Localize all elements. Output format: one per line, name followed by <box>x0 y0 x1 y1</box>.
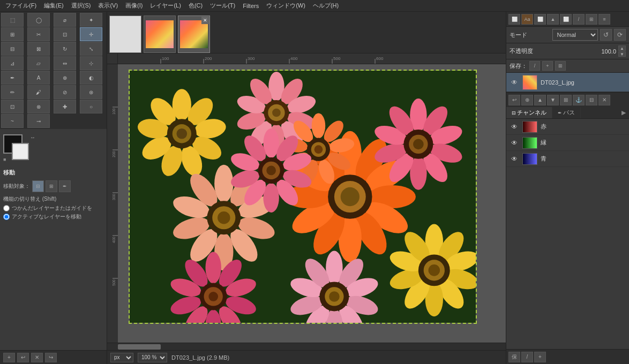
layer-anchor-button[interactable]: ⚓ <box>573 95 585 105</box>
new-image-button[interactable]: + <box>3 353 15 362</box>
layer-merge-button[interactable]: ⊟ <box>586 95 597 105</box>
scale-tool[interactable]: ⤡ <box>80 42 102 56</box>
panel-icon4[interactable]: ▲ <box>547 14 559 25</box>
cage-tool[interactable]: ⊹ <box>80 56 102 70</box>
layer-copy-button[interactable]: ⊞ <box>560 95 572 105</box>
channel-preserve-icon[interactable]: 保 <box>508 352 520 362</box>
channel-red[interactable]: 👁 赤 <box>506 119 629 135</box>
layer-visibility-icon[interactable]: 👁 <box>510 78 519 87</box>
mode-selector[interactable]: Normal Dissolve Multiply Screen Overlay <box>552 29 598 41</box>
preserve-transparency-icon[interactable]: ⊞ <box>555 61 566 71</box>
paths-tool[interactable]: ✒ <box>1 71 24 85</box>
image-tab-flowers1[interactable] <box>144 16 176 53</box>
panel-icon6[interactable]: / <box>573 14 585 25</box>
crop-tool[interactable]: ⊠ <box>27 42 50 56</box>
channel-green-eye-icon[interactable]: 👁 <box>510 138 519 148</box>
menu-filters[interactable]: Filters <box>239 2 262 10</box>
bucket-fill-tool[interactable]: ⊕ <box>54 71 76 85</box>
channel-green[interactable]: 👁 縁 <box>506 135 629 151</box>
dodge-tool[interactable]: ○ <box>80 100 102 113</box>
menu-tools[interactable]: ツール(T) <box>207 1 238 11</box>
background-color[interactable] <box>12 143 29 160</box>
preserve-pixels-icon[interactable]: / <box>529 61 540 71</box>
ink-tool[interactable]: ⊡ <box>1 100 24 113</box>
image-tab-blank[interactable] <box>109 16 141 53</box>
menu-select[interactable]: 選択(S) <box>68 1 94 11</box>
eraser-tool[interactable]: ⊘ <box>54 85 76 99</box>
blend-tool[interactable]: ◐ <box>80 71 102 85</box>
menu-layer[interactable]: レイヤー(L) <box>147 1 184 11</box>
layer-delete-button[interactable]: ✕ <box>598 95 610 105</box>
scissors-tool[interactable]: ✂ <box>27 27 50 41</box>
menu-view[interactable]: 表示(V) <box>95 1 121 11</box>
move-path-icon[interactable]: ✒ <box>59 180 71 192</box>
mode-reset-button[interactable]: ↺ <box>600 29 612 41</box>
channel-red-eye-icon[interactable]: 👁 <box>510 122 519 132</box>
swap-colors-icon[interactable]: ↔ <box>30 134 35 140</box>
free-select-tool[interactable]: ⌀ <box>54 13 76 27</box>
text-tool[interactable]: A <box>27 71 50 85</box>
measure-tool[interactable]: ⊸ <box>27 114 50 128</box>
menu-windows[interactable]: ウィンドウ(W) <box>263 1 309 11</box>
layer-up-button[interactable]: ⊕ <box>521 95 533 105</box>
canvas-horizontal-scrollbar[interactable] <box>107 343 506 350</box>
move-layer-icon[interactable]: ⊟ <box>32 180 44 192</box>
radio-grab-layer[interactable] <box>3 205 10 211</box>
pencil-tool[interactable]: ✏ <box>1 85 24 99</box>
zoom-selector[interactable]: 100 % 50 % 200 % 25 % <box>138 353 167 362</box>
rotate-tool[interactable]: ↻ <box>54 42 76 56</box>
move-guide-icon[interactable]: ⊞ <box>46 180 57 192</box>
canvas-image-area[interactable] <box>129 70 477 324</box>
panel-icon8[interactable]: ≡ <box>598 14 610 25</box>
flip-tool[interactable]: ⇔ <box>54 56 76 70</box>
fuzzy-select-tool[interactable]: ✦ <box>80 13 102 27</box>
panel-icon1[interactable]: ⬜ <box>508 14 520 25</box>
paintbrush-tool[interactable]: 🖌 <box>27 85 50 99</box>
rect-select-tool[interactable]: ⬚ <box>1 13 24 27</box>
menu-color[interactable]: 色(C) <box>185 1 206 11</box>
opacity-decrease-button[interactable]: ▼ <box>618 51 626 57</box>
redo-button[interactable]: ↪ <box>45 353 57 362</box>
perspective-tool[interactable]: ▱ <box>27 56 50 70</box>
radio-active-layer[interactable] <box>3 214 10 220</box>
new-layer-button[interactable]: ↩ <box>508 95 520 105</box>
shear-tool[interactable]: ⊿ <box>1 56 24 70</box>
mode-history-button[interactable]: ⟳ <box>614 29 626 41</box>
clone-tool[interactable]: ⊗ <box>27 100 50 113</box>
ellipse-select-tool[interactable]: ◯ <box>27 13 50 27</box>
panel-icon2[interactable]: Aa <box>521 14 533 25</box>
panel-icon5[interactable]: ⬜ <box>560 14 572 25</box>
tab-channels[interactable]: ⊟ チャンネル <box>506 107 552 118</box>
scrollbar-thumb[interactable] <box>118 344 161 350</box>
layer-item[interactable]: 👁 DT023_L.jpg <box>506 73 629 92</box>
panel-icon3[interactable]: ⬜ <box>534 14 546 25</box>
preserve-add-icon[interactable]: + <box>542 61 553 71</box>
menu-file[interactable]: ファイル(F) <box>2 1 40 11</box>
color-select-tool[interactable]: ⊞ <box>1 27 24 41</box>
menu-help[interactable]: ヘルプ(H) <box>310 1 342 11</box>
reset-colors-icon[interactable]: ■ <box>3 157 6 162</box>
channel-pencil-icon[interactable]: / <box>521 352 533 362</box>
channel-blue-eye-icon[interactable]: 👁 <box>510 154 519 164</box>
menu-image[interactable]: 画像(I) <box>122 1 146 11</box>
smudge-tool[interactable]: ~ <box>1 114 24 128</box>
opacity-increase-button[interactable]: ▲ <box>618 46 626 51</box>
menu-edit[interactable]: 編集(E) <box>41 1 67 11</box>
panel-more-button[interactable]: ▶ <box>618 108 629 118</box>
airbrush-tool[interactable]: ⊛ <box>80 85 102 99</box>
undo-button[interactable]: ↩ <box>17 353 29 362</box>
unit-selector[interactable]: px mm cm in <box>110 353 133 362</box>
align-tool[interactable]: ⊟ <box>1 42 24 56</box>
image-tab-flowers2[interactable]: ✕ <box>178 16 210 53</box>
channel-blue[interactable]: 👁 青 <box>506 151 629 167</box>
heal-tool[interactable]: ✚ <box>54 100 76 113</box>
delete-button[interactable]: ✕ <box>31 353 43 362</box>
tab-paths[interactable]: ✒ パス <box>552 107 581 118</box>
panel-icon7[interactable]: ⊞ <box>586 14 597 25</box>
channel-add-icon[interactable]: + <box>534 352 546 362</box>
layer-down-button[interactable]: ▼ <box>547 95 559 105</box>
move-tool active[interactable]: ✛ <box>80 27 102 41</box>
close-tab-button[interactable]: ✕ <box>201 17 209 24</box>
fg-select-tool[interactable]: ⊡ <box>54 27 76 41</box>
layer-up2-button[interactable]: ▲ <box>534 95 546 105</box>
